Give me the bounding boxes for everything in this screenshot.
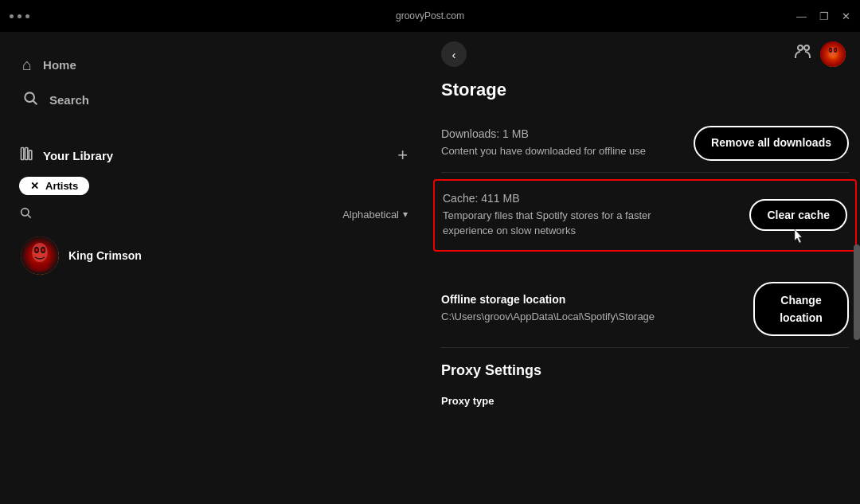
titlebar-dot-3 xyxy=(25,14,29,18)
artists-filter-chip[interactable]: ✕ Artists xyxy=(19,177,89,195)
downloads-label: Downloads: xyxy=(441,127,499,140)
sidebar-item-home[interactable]: ⌂ Home xyxy=(13,48,414,82)
library-title-group: Your Library xyxy=(19,146,113,166)
offline-storage-path: C:\Users\groov\AppData\Local\Spotify\Sto… xyxy=(441,309,696,325)
downloads-info: Downloads: 1 MB Content you have downloa… xyxy=(441,127,694,159)
storage-title: Storage xyxy=(441,80,849,100)
change-location-line2: location xyxy=(780,311,823,324)
cache-value: 411 MB xyxy=(481,192,519,205)
titlebar-dot-2 xyxy=(18,14,22,18)
svg-point-15 xyxy=(804,45,809,50)
svg-rect-2 xyxy=(22,147,24,159)
sort-row: Alphabetical ▾ xyxy=(6,203,420,230)
svg-point-21 xyxy=(835,49,836,52)
svg-point-13 xyxy=(30,262,49,272)
svg-point-11 xyxy=(36,248,38,252)
sidebar-item-home-label: Home xyxy=(43,58,76,72)
titlebar-title: groovyPost.com xyxy=(396,10,464,21)
cache-row: Cache: 411 MB Temporary files that Spoti… xyxy=(433,179,857,252)
proxy-settings-title: Proxy Settings xyxy=(441,362,849,379)
library-add-button[interactable]: + xyxy=(397,145,408,166)
svg-line-1 xyxy=(33,101,37,105)
cache-title: Cache: 411 MB xyxy=(443,192,698,205)
friends-icon[interactable] xyxy=(793,42,812,66)
downloads-row: Downloads: 1 MB Content you have downloa… xyxy=(441,115,849,173)
downloads-value: 1 MB xyxy=(502,127,529,140)
remove-all-downloads-button[interactable]: Remove all downloads xyxy=(694,126,849,161)
search-icon xyxy=(22,90,38,110)
svg-rect-3 xyxy=(25,147,28,159)
scrollbar-thumb[interactable] xyxy=(854,244,860,340)
right-panel-header: ‹ xyxy=(427,32,860,73)
nav-section: ⌂ Home Search xyxy=(6,38,420,127)
downloads-title: Downloads: 1 MB xyxy=(441,127,694,140)
proxy-type-row: Proxy type xyxy=(441,387,849,415)
svg-point-5 xyxy=(22,209,29,216)
artist-name-label: King Crimson xyxy=(68,249,142,262)
offline-storage-row: Offline storage location C:\Users\groov\… xyxy=(441,271,849,349)
svg-rect-4 xyxy=(29,150,32,159)
cache-info: Cache: 411 MB Temporary files that Spoti… xyxy=(443,192,698,239)
library-header: Your Library + xyxy=(6,134,420,174)
cache-desc: Temporary files that Spotify stores for … xyxy=(443,208,698,239)
minimize-button[interactable]: — xyxy=(796,11,807,21)
offline-storage-info: Offline storage location C:\Users\groov\… xyxy=(441,293,696,325)
user-avatar[interactable] xyxy=(820,41,846,67)
library-icon xyxy=(19,146,35,166)
library-search-icon[interactable] xyxy=(19,206,32,222)
cache-label: Cache: xyxy=(443,192,478,205)
offline-storage-title: Offline storage location xyxy=(441,293,696,306)
sort-arrow-icon: ▾ xyxy=(403,209,408,220)
svg-point-12 xyxy=(42,248,45,252)
avatar-image xyxy=(21,236,59,275)
filter-chip-label: Artists xyxy=(45,180,78,192)
app-container: ⌂ Home Search xyxy=(0,32,860,504)
proxy-section: Proxy Settings Proxy type xyxy=(441,362,849,415)
svg-line-6 xyxy=(28,215,31,218)
cursor-icon xyxy=(791,228,807,245)
maximize-button[interactable]: ❐ xyxy=(819,11,829,21)
svg-point-20 xyxy=(830,49,831,52)
right-content: Storage Downloads: 1 MB Content you have… xyxy=(427,73,860,504)
avatar xyxy=(21,236,59,275)
sort-selector[interactable]: Alphabetical ▾ xyxy=(342,209,408,221)
list-item[interactable]: King Crimson xyxy=(13,230,414,281)
filter-clear-icon[interactable]: ✕ xyxy=(30,180,39,192)
back-button[interactable]: ‹ xyxy=(441,41,467,67)
sort-label-text: Alphabetical xyxy=(342,209,399,221)
titlebar-dots xyxy=(10,14,29,18)
sidebar-item-search[interactable]: Search xyxy=(13,82,414,118)
scrollbar-track[interactable] xyxy=(854,72,860,504)
svg-point-0 xyxy=(25,92,34,102)
downloads-desc: Content you have downloaded for offline … xyxy=(441,143,694,159)
sidebar-item-search-label: Search xyxy=(49,93,89,107)
header-icons xyxy=(793,41,846,67)
sidebar: ⌂ Home Search xyxy=(0,32,427,504)
filter-row: ✕ Artists xyxy=(6,174,420,203)
titlebar: groovyPost.com — ❐ ✕ xyxy=(0,0,860,32)
home-icon: ⌂ xyxy=(22,56,32,74)
change-location-line1: Change xyxy=(780,294,821,307)
clear-cache-button[interactable]: Clear cache xyxy=(749,199,847,231)
artist-list: King Crimson xyxy=(6,230,420,504)
back-icon: ‹ xyxy=(452,48,456,61)
titlebar-controls: — ❐ ✕ xyxy=(796,11,850,21)
library-section: Your Library + ✕ Artists Alpha xyxy=(6,134,420,504)
titlebar-dot-1 xyxy=(10,14,14,18)
close-button[interactable]: ✕ xyxy=(842,11,850,21)
library-title-label: Your Library xyxy=(43,149,113,162)
svg-point-14 xyxy=(798,45,803,50)
change-location-button[interactable]: Change location xyxy=(753,282,849,337)
right-panel: ‹ xyxy=(427,32,860,504)
proxy-type-label: Proxy type xyxy=(441,395,494,407)
